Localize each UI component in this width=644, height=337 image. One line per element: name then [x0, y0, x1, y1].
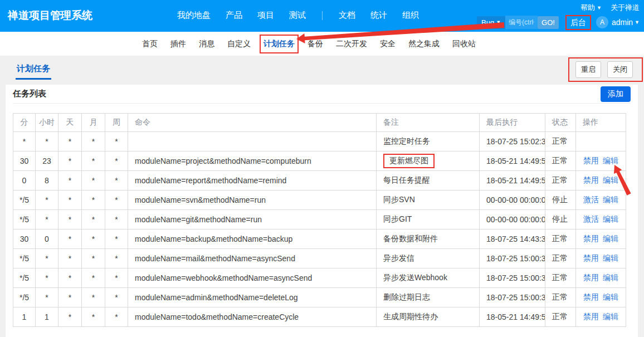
subnav-item-cron[interactable]: 计划任务 [263, 38, 295, 50]
search-bar: Bug▼ GO! 后台 A admin▼ [477, 14, 640, 30]
subnav-item-messages[interactable]: 消息 [198, 38, 215, 50]
action-link[interactable]: 编辑 [603, 292, 618, 301]
nav-item-org[interactable]: 组织 [402, 10, 419, 21]
col-header-hour: 小时 [36, 114, 58, 132]
col-header-command: 命令 [128, 114, 377, 132]
subnav-item-plugins[interactable]: 插件 [170, 38, 187, 50]
help-menu[interactable]: 帮助▼ [580, 3, 602, 13]
cell-last-exec: 18-05-21 14:49:53 [480, 307, 545, 327]
search-input[interactable] [505, 16, 538, 29]
cell-day: * [58, 210, 82, 229]
subnav-item-safe[interactable]: 安全 [379, 38, 396, 50]
action-link[interactable]: 激活 [583, 195, 599, 204]
cell-month: * [82, 152, 105, 171]
cell-remark: 异步发送Webhook [377, 268, 480, 288]
nav-item-product[interactable]: 产品 [226, 10, 242, 21]
table-row: 08***moduleName=report&methodName=remind… [13, 171, 626, 191]
cell-day: * [58, 171, 82, 191]
cell-week: * [105, 171, 128, 191]
action-link[interactable]: 禁用 [583, 312, 599, 321]
action-link[interactable]: 禁用 [583, 175, 599, 184]
action-link[interactable]: 编辑 [603, 312, 618, 321]
subnav-item-dev[interactable]: 二次开发 [335, 38, 368, 50]
cron-task-table: 分 小时 天 月 周 命令 备注 最后执行 状态 操作 *****监控定时任务1… [13, 113, 626, 327]
action-link[interactable]: 编辑 [603, 195, 618, 204]
cell-week: * [105, 307, 128, 327]
action-link[interactable]: 禁用 [583, 273, 599, 282]
app-title[interactable]: 禅道项目管理系统 [8, 8, 92, 23]
nav-item-doc[interactable]: 文档 [339, 10, 355, 21]
backend-annotation-box: 后台 [565, 15, 591, 30]
subnav-item-backup[interactable]: 备份 [307, 38, 324, 50]
subnav-item-trash[interactable]: 回收站 [452, 38, 476, 50]
action-link[interactable]: 编辑 [603, 214, 618, 223]
cell-minute: 1 [13, 307, 36, 327]
action-link[interactable]: 编辑 [603, 175, 618, 184]
cell-month: * [82, 249, 105, 268]
action-link[interactable]: 编辑 [603, 234, 618, 243]
cell-hour: 23 [36, 152, 58, 171]
cell-week: * [105, 191, 128, 210]
cell-day: * [58, 307, 82, 327]
cell-remark: 异步发信 [377, 249, 480, 268]
close-button[interactable]: 关闭 [607, 61, 633, 78]
cell-month: * [82, 307, 105, 327]
cell-command: moduleName=backup&methodName=backup [128, 229, 377, 249]
nav-item-my[interactable]: 我的地盘 [177, 10, 211, 21]
about-link[interactable]: 关于禅道 [611, 3, 640, 13]
tab-cron-tasks[interactable]: 计划任务 [16, 64, 51, 80]
subnav-item-custom[interactable]: 自定义 [227, 38, 251, 50]
action-link[interactable]: 禁用 [583, 292, 599, 301]
col-header-week: 周 [105, 114, 128, 132]
go-button[interactable]: GO! [538, 16, 559, 29]
cell-minute: 30 [13, 229, 36, 249]
cell-month: * [82, 210, 105, 229]
restart-close-annotation-box: 重启 关闭 [568, 57, 643, 82]
action-link[interactable]: 激活 [583, 214, 599, 223]
cell-remark: 同步SVN [377, 191, 480, 210]
avatar[interactable]: A [596, 16, 608, 28]
table-row: */5****moduleName=admin&methodName=delet… [13, 288, 626, 307]
cell-month: * [82, 268, 105, 288]
subnav-item-ranzhi[interactable]: 然之集成 [408, 38, 440, 50]
subnav-item-home[interactable]: 首页 [142, 38, 158, 50]
action-link[interactable]: 编辑 [603, 273, 618, 282]
cell-remark: 删除过期日志 [377, 288, 480, 307]
restart-button[interactable]: 重启 [575, 61, 601, 78]
cell-command: moduleName=report&methodName=remind [128, 171, 377, 191]
cell-day: * [58, 191, 82, 210]
table-row: *****监控定时任务18-07-25 15:02:38正常 [13, 132, 626, 152]
action-link[interactable]: 编辑 [603, 156, 618, 165]
search-module-select[interactable]: Bug▼ [477, 16, 505, 29]
cell-week: * [105, 249, 128, 268]
add-task-button[interactable]: 添加 [601, 86, 631, 102]
cell-actions: 禁用编辑 [576, 171, 626, 191]
action-link[interactable]: 编辑 [603, 253, 618, 262]
cell-actions: 禁用编辑 [576, 152, 626, 171]
user-menu[interactable]: admin▼ [612, 18, 640, 27]
table-row: */5****moduleName=webhook&methodName=asy… [13, 268, 626, 288]
backend-link[interactable]: 后台 [570, 18, 586, 27]
action-link[interactable]: 禁用 [583, 156, 599, 165]
cell-hour: * [36, 191, 58, 210]
nav-item-project[interactable]: 项目 [257, 10, 274, 21]
cell-actions: 禁用编辑 [576, 288, 626, 307]
nav-item-stat[interactable]: 统计 [370, 10, 387, 21]
cell-month: * [82, 132, 105, 152]
table-row: 300***moduleName=backup&methodName=backu… [13, 229, 626, 249]
table-row: */5****moduleName=mail&methodName=asyncS… [13, 249, 626, 268]
cell-command: moduleName=git&methodName=run [128, 210, 377, 229]
utility-row: 帮助▼ 关于禅道 [580, 2, 640, 13]
action-link[interactable]: 禁用 [583, 253, 599, 262]
cell-minute: 0 [13, 171, 36, 191]
cell-status: 正常 [545, 152, 576, 171]
toolbar-strip: 计划任务 重启 关闭 [0, 56, 644, 85]
table-row: 11***moduleName=todo&methodName=createCy… [13, 307, 626, 327]
cell-actions: 禁用编辑 [576, 229, 626, 249]
cell-last-exec: 18-07-25 15:00:38 [480, 268, 545, 288]
cell-minute: 30 [13, 152, 36, 171]
action-link[interactable]: 禁用 [583, 234, 599, 243]
nav-item-test[interactable]: 测试 [289, 10, 306, 21]
cell-remark: 同步GIT [377, 210, 480, 229]
cell-last-exec: 18-07-25 15:02:38 [480, 132, 545, 152]
